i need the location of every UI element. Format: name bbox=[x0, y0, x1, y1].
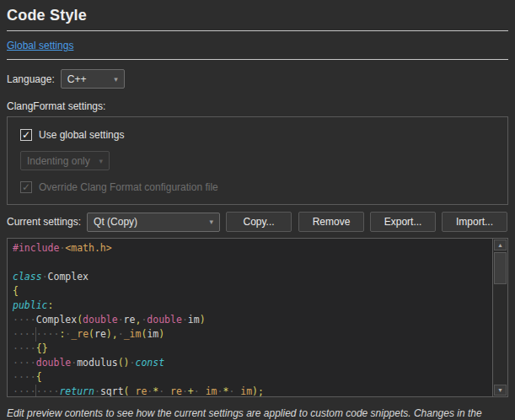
scroll-up-button[interactable]: ▲ bbox=[494, 240, 507, 250]
import-button[interactable]: Import... bbox=[442, 212, 507, 232]
use-global-settings-label: Use global settings bbox=[39, 129, 124, 141]
checkmark-icon: ✓ bbox=[22, 182, 30, 192]
scroll-down-button[interactable]: ▼ bbox=[494, 385, 507, 396]
scroll-up-icon: ▲ bbox=[497, 242, 503, 248]
code-preview-editor: #include·<math.h>class·Complex{public:··… bbox=[7, 238, 508, 397]
override-config-label: Override Clang Format configuration file bbox=[39, 181, 218, 193]
code-style-settings-page: Code Style Global settings Language: C++… bbox=[0, 0, 515, 420]
chevron-down-icon: ▾ bbox=[99, 157, 103, 165]
language-combobox-value: C++ bbox=[67, 73, 87, 85]
current-settings-label: Current settings: bbox=[7, 216, 81, 228]
current-settings-row: Current settings: Qt (Copy) ▾ Copy... Re… bbox=[7, 212, 508, 232]
current-settings-value: Qt (Copy) bbox=[94, 216, 137, 228]
clangformat-mode-combobox: Indenting only ▾ bbox=[20, 151, 110, 170]
page-title: Code Style bbox=[7, 7, 508, 24]
clangformat-groupbox: ✓ Use global settings Indenting only ▾ ✓… bbox=[7, 116, 508, 205]
checkmark-icon: ✓ bbox=[22, 130, 30, 140]
clangformat-settings-label: ClangFormat settings: bbox=[7, 100, 508, 112]
scroll-down-icon: ▼ bbox=[497, 387, 503, 393]
chevron-down-icon: ▾ bbox=[114, 75, 118, 83]
footer-hint-text: Edit preview contents to see how the cur… bbox=[7, 407, 508, 420]
chevron-down-icon: ▾ bbox=[210, 218, 214, 226]
title-separator bbox=[7, 30, 508, 31]
language-combobox[interactable]: C++ ▾ bbox=[61, 69, 125, 89]
language-row: Language: C++ ▾ bbox=[7, 69, 508, 89]
vertical-scrollbar[interactable]: ▲ ▼ bbox=[492, 239, 507, 396]
use-global-settings-row: ✓ Use global settings bbox=[20, 129, 495, 141]
global-settings-link[interactable]: Global settings bbox=[7, 40, 73, 51]
language-label: Language: bbox=[7, 73, 55, 85]
code-content[interactable]: #include·<math.h>class·Complex{public:··… bbox=[8, 239, 492, 396]
link-separator bbox=[7, 59, 508, 60]
override-config-row: ✓ Override Clang Format configuration fi… bbox=[20, 181, 495, 193]
scrollbar-thumb[interactable] bbox=[494, 252, 507, 284]
export-button[interactable]: Export... bbox=[370, 212, 436, 232]
override-config-checkbox: ✓ bbox=[20, 181, 32, 193]
remove-button[interactable]: Remove bbox=[298, 212, 364, 232]
copy-button[interactable]: Copy... bbox=[226, 212, 292, 232]
current-settings-combobox[interactable]: Qt (Copy) ▾ bbox=[87, 213, 220, 232]
use-global-settings-checkbox[interactable]: ✓ bbox=[20, 129, 32, 141]
clangformat-mode-value: Indenting only bbox=[27, 155, 90, 167]
